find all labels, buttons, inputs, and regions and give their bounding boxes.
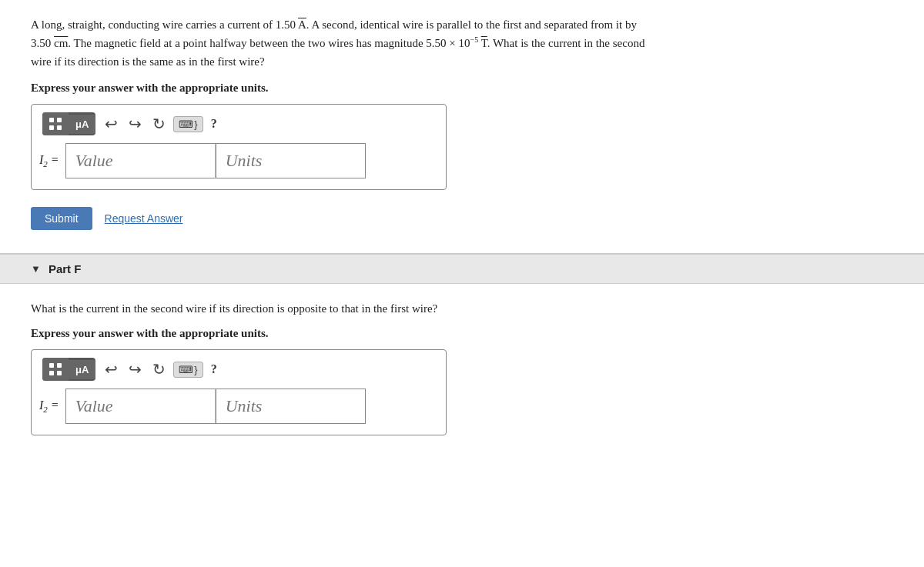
- submit-button[interactable]: Submit: [31, 207, 92, 230]
- part-f-express-label: Express your answer with the appropriate…: [31, 327, 662, 340]
- part-f-variable-label: I2 =: [39, 399, 59, 414]
- express-label: Express your answer with the appropriate…: [31, 82, 662, 95]
- part-f-toolbar: μA ↩ ↪ ↻ ⌨ } ?: [39, 358, 438, 381]
- part-f-subscript-2: 2: [43, 405, 48, 414]
- bracket-icon: }: [194, 118, 197, 130]
- part-f-undo-button[interactable]: ↩: [102, 359, 121, 380]
- part-f-value-input[interactable]: [65, 389, 216, 424]
- problem-text: A long, straight, conducting wire carrie…: [31, 15, 662, 71]
- request-answer-button[interactable]: Request Answer: [105, 212, 183, 225]
- button-row: Submit Request Answer: [31, 207, 662, 230]
- svg-rect-4: [49, 363, 54, 368]
- part-f-keyboard-icon: ⌨: [179, 364, 193, 375]
- grid-icon-button[interactable]: [42, 112, 69, 135]
- part-f-question: What is the current in the second wire i…: [31, 299, 662, 318]
- svg-rect-6: [49, 371, 54, 375]
- svg-rect-5: [57, 363, 62, 368]
- keyboard-icon: ⌨: [179, 118, 193, 130]
- part-f-title: Part F: [49, 262, 82, 275]
- equals-sign: =: [51, 153, 59, 166]
- part-f-header: ▼ Part F: [0, 254, 924, 284]
- part-f-input-row: I2 =: [39, 389, 438, 424]
- part-f-mu-button[interactable]: μA: [69, 360, 95, 379]
- part-f-help-button[interactable]: ?: [208, 362, 220, 376]
- part-f-bracket-icon: }: [194, 364, 197, 375]
- toolbar: μA ↩ ↪ ↻ ⌨ } ?: [39, 112, 438, 135]
- part-f-tool-group-grid: μA: [42, 358, 95, 381]
- svg-rect-7: [57, 371, 62, 375]
- main-content: A long, straight, conducting wire carrie…: [0, 0, 693, 253]
- part-f-content: What is the current in the second wire i…: [0, 284, 693, 462]
- redo-button[interactable]: ↪: [126, 113, 145, 135]
- part-f-equals-sign: =: [51, 399, 59, 412]
- value-input[interactable]: [65, 143, 216, 178]
- collapse-arrow[interactable]: ▼: [31, 263, 41, 275]
- input-row: I2 =: [39, 143, 438, 178]
- variable-label: I2 =: [39, 153, 59, 168]
- part-f-keyboard-button[interactable]: ⌨ }: [173, 362, 203, 378]
- reset-button[interactable]: ↻: [149, 113, 169, 135]
- answer-box: μA ↩ ↪ ↻ ⌨ } ? I2 =: [31, 104, 447, 190]
- tool-group-grid: μA: [42, 112, 95, 135]
- part-f-answer-box: μA ↩ ↪ ↻ ⌨ } ? I2 =: [31, 349, 447, 435]
- undo-button[interactable]: ↩: [102, 113, 121, 135]
- units-input[interactable]: [216, 143, 366, 178]
- svg-rect-0: [49, 118, 54, 122]
- part-f-reset-button[interactable]: ↻: [149, 359, 169, 380]
- keyboard-button[interactable]: ⌨ }: [173, 116, 203, 132]
- svg-rect-1: [57, 118, 62, 122]
- part-f-units-input[interactable]: [216, 389, 366, 424]
- svg-rect-3: [57, 125, 62, 130]
- help-button[interactable]: ?: [208, 117, 220, 131]
- subscript-2: 2: [43, 159, 48, 168]
- part-f-grid-icon-button[interactable]: [42, 358, 69, 381]
- svg-rect-2: [49, 125, 54, 130]
- part-f-redo-button[interactable]: ↪: [126, 359, 145, 380]
- mu-button[interactable]: μA: [69, 115, 95, 134]
